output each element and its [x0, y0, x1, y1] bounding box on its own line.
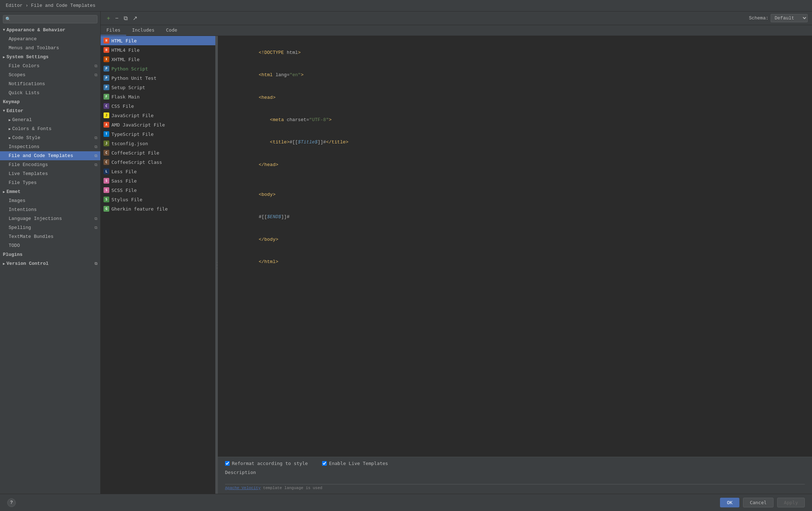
sidebar-group-version-control[interactable]: ▶ Version Control ⧉	[0, 259, 100, 268]
file-item-label: Less File	[111, 169, 137, 174]
copy-icon: ⧉	[95, 136, 97, 140]
sidebar-group-label: System Settings	[6, 54, 49, 60]
sidebar-item-file-types[interactable]: File Types	[0, 178, 100, 187]
sidebar-item-textmate-bundles[interactable]: TextMate Bundles	[0, 232, 100, 241]
sidebar-item-plugins[interactable]: Plugins	[0, 250, 100, 259]
bottom-panel: Reformat according to style Enable Live …	[218, 457, 812, 494]
file-item-amd-js[interactable]: A AMD JavaScript File	[101, 120, 215, 129]
sidebar-item-spelling[interactable]: Spelling ⧉	[0, 223, 100, 232]
file-item-sass[interactable]: S Sass File	[101, 176, 215, 185]
tab-includes[interactable]: Includes	[126, 25, 160, 36]
sidebar-item-file-encodings[interactable]: File Encodings ⧉	[0, 160, 100, 169]
file-item-python-unit-test[interactable]: P Python Unit Test	[101, 73, 215, 83]
sidebar-item-colors-fonts[interactable]: ▶ Colors & Fonts	[0, 124, 100, 133]
file-item-scss[interactable]: S SCSS File	[101, 185, 215, 195]
sidebar-item-language-injections[interactable]: Language Injections ⧉	[0, 214, 100, 223]
css-icon: C	[104, 103, 109, 109]
file-item-setup-script[interactable]: P Setup Script	[101, 83, 215, 92]
amd-icon: A	[104, 122, 109, 128]
sidebar-item-inspections[interactable]: Inspections ⧉	[0, 142, 100, 151]
reformat-checkbox-label[interactable]: Reformat according to style	[225, 461, 308, 466]
sidebar-group-emmet[interactable]: ▶ Emmet	[0, 187, 100, 196]
file-item-html[interactable]: H HTML File	[101, 36, 215, 45]
file-item-label: Gherkin feature file	[111, 206, 168, 212]
live-templates-label: Enable Live Templates	[329, 461, 388, 466]
add-template-button[interactable]: +	[105, 14, 112, 23]
sidebar-item-code-style[interactable]: ▶ Code Style ⧉	[0, 133, 100, 142]
file-item-gherkin[interactable]: G Gherkin feature file	[101, 204, 215, 213]
file-item-label: JavaScript File	[111, 113, 153, 118]
sidebar-group-system-settings[interactable]: ▶ System Settings	[0, 52, 100, 61]
code-content[interactable]: <!DOCTYPE html> <html lang="en"> <head> …	[218, 36, 812, 457]
code-line: #[[$END$]]#	[225, 206, 805, 229]
file-item-label: Python Script	[111, 66, 148, 72]
cancel-button[interactable]: Cancel	[743, 498, 774, 507]
file-item-coffeescript[interactable]: C CoffeeScript File	[101, 148, 215, 157]
copy-icon: ⧉	[95, 73, 97, 77]
file-item-label: CoffeeScript File	[111, 150, 159, 156]
sidebar-item-keymap[interactable]: Keymap	[0, 97, 100, 106]
file-item-coffeescript-class[interactable]: C CoffeeScript Class	[101, 157, 215, 167]
tab-files[interactable]: Files	[101, 25, 126, 36]
sidebar: 🔍 ▼ Appearance & Behavior Appearance Men…	[0, 11, 101, 494]
sidebar-item-label: General	[12, 117, 32, 123]
file-item-stylus[interactable]: S Stylus File	[101, 195, 215, 204]
copy-template-button[interactable]: ⧉	[122, 14, 129, 23]
ts-icon: T	[104, 131, 109, 137]
file-item-typescript[interactable]: T TypeScript File	[101, 129, 215, 139]
python-icon: P	[104, 66, 109, 72]
sidebar-item-label: Inspections	[9, 144, 40, 149]
live-templates-checkbox-label[interactable]: Enable Live Templates	[322, 461, 388, 466]
sidebar-item-quick-lists[interactable]: Quick Lists	[0, 88, 100, 97]
sidebar-item-appearance[interactable]: Appearance	[0, 34, 100, 43]
help-button[interactable]: ?	[7, 498, 16, 507]
search-icon: 🔍	[5, 17, 11, 22]
remove-template-button[interactable]: −	[113, 14, 120, 23]
sidebar-item-label: Live Templates	[9, 171, 48, 176]
sidebar-item-file-colors[interactable]: File Colors ⧉	[0, 61, 100, 70]
sidebar-item-scopes[interactable]: Scopes ⧉	[0, 70, 100, 79]
file-item-js[interactable]: J JavaScript File	[101, 111, 215, 120]
sidebar-item-menus-toolbars[interactable]: Menus and Toolbars	[0, 43, 100, 52]
sidebar-item-label: Keymap	[3, 99, 20, 105]
sidebar-item-intentions[interactable]: Intentions	[0, 205, 100, 214]
sidebar-group-editor[interactable]: ▼ Editor	[0, 106, 100, 115]
file-item-css[interactable]: C CSS File	[101, 101, 215, 111]
expand-icon: ▶	[9, 118, 11, 122]
sidebar-item-notifications[interactable]: Notifications	[0, 79, 100, 88]
sidebar-item-live-templates[interactable]: Live Templates	[0, 169, 100, 178]
tab-code[interactable]: Code	[160, 25, 183, 36]
search-input[interactable]	[12, 17, 95, 22]
file-item-xhtml[interactable]: X XHTML File	[101, 55, 215, 64]
file-item-python-script[interactable]: P Python Script	[101, 64, 215, 73]
breadcrumb-sep: ›	[26, 3, 31, 8]
apply-button[interactable]: Apply	[777, 498, 805, 507]
search-box[interactable]: 🔍	[3, 15, 97, 23]
file-item-flask-main[interactable]: F Flask Main	[101, 92, 215, 101]
file-item-html4[interactable]: H HTML4 File	[101, 45, 215, 55]
code-line: <head>	[225, 87, 805, 109]
ok-button[interactable]: OK	[720, 498, 739, 507]
sidebar-item-label: Spelling	[9, 225, 31, 230]
sidebar-item-general[interactable]: ▶ General	[0, 115, 100, 124]
description-input[interactable]	[225, 477, 805, 484]
sidebar-item-images[interactable]: Images	[0, 196, 100, 205]
code-line: <title>#[[$Title$]]#</title>	[225, 132, 805, 154]
schema-dropdown[interactable]: Default Project	[771, 14, 808, 22]
code-line: </head>	[225, 154, 805, 176]
sidebar-group-appearance-behavior[interactable]: ▼ Appearance & Behavior	[0, 26, 100, 34]
expand-icon: ▶	[3, 55, 5, 59]
velocity-link[interactable]: Apache Velocity	[225, 486, 261, 490]
live-templates-checkbox[interactable]	[322, 461, 327, 466]
sidebar-item-label: Scopes	[9, 72, 26, 78]
reformat-checkbox[interactable]	[225, 461, 230, 466]
file-item-tsconfig[interactable]: J tsconfig.json	[101, 139, 215, 148]
sidebar-group-label: Emmet	[6, 189, 20, 194]
export-template-button[interactable]: ↗	[131, 14, 139, 23]
sidebar-item-file-code-templates[interactable]: File and Code Templates ⧉	[0, 151, 100, 160]
file-item-less[interactable]: L Less File	[101, 167, 215, 176]
file-item-label: TypeScript File	[111, 132, 153, 137]
gherkin-icon: G	[104, 206, 109, 212]
sidebar-item-todo[interactable]: TODO	[0, 241, 100, 250]
js-icon: J	[104, 112, 109, 118]
